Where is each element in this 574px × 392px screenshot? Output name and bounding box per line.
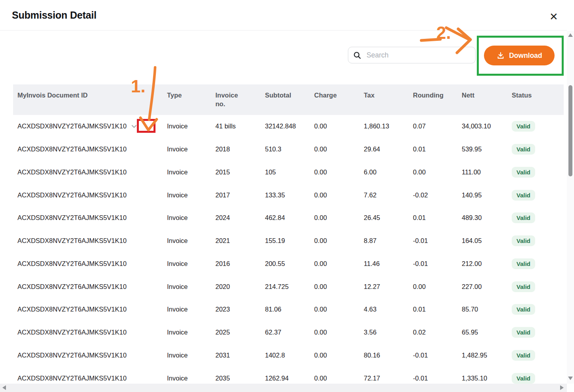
column-header-charge: Charge	[310, 84, 359, 115]
cell-invoice-no: 2023	[211, 306, 261, 313]
vertical-scrollbar-track[interactable]	[567, 31, 574, 384]
table-row[interactable]: ACXDSDX8NVZY2T6AJMKS5V1K10 Invoice 2015 …	[13, 161, 564, 184]
document-id: ACXDSDX8NVZY2T6AJMKS5V1K10	[17, 329, 127, 336]
cell-invoice-no: 2025	[211, 329, 261, 336]
column-header-status: Status	[507, 84, 564, 115]
chevron-down-icon[interactable]	[130, 122, 138, 131]
cell-nett: 227.00	[457, 283, 507, 291]
cell-nett: 1,482.95	[457, 352, 507, 359]
horizontal-scrollbar-track[interactable]	[0, 384, 567, 392]
table-row[interactable]: ACXDSDX8NVZY2T6AJMKS5V1K10 Invoice 2020 …	[13, 275, 564, 298]
document-id: ACXDSDX8NVZY2T6AJMKS5V1K10	[17, 352, 127, 359]
cell-rounding: -0.01	[409, 375, 457, 382]
cell-charge: 0.00	[310, 145, 359, 153]
cell-rounding: 0.00	[409, 168, 457, 176]
step2-label: 2.	[436, 23, 451, 42]
table-row[interactable]: ACXDSDX8NVZY2T6AJMKS5V1K10 Invoice 2016 …	[13, 252, 564, 275]
cell-nett: 539.95	[457, 145, 507, 153]
status-badge: Valid	[512, 235, 535, 246]
document-id: ACXDSDX8NVZY2T6AJMKS5V1K10	[17, 191, 127, 199]
cell-rounding: -0.01	[409, 260, 457, 268]
cell-type: Invoice	[163, 329, 211, 336]
cell-nett: 164.05	[457, 237, 507, 245]
status-badge: Valid	[512, 190, 535, 201]
close-button[interactable]: ✕	[547, 10, 561, 24]
cell-type: Invoice	[163, 375, 211, 382]
download-icon	[496, 51, 505, 60]
document-id: ACXDSDX8NVZY2T6AJMKS5V1K10	[17, 214, 127, 222]
search-input[interactable]	[366, 51, 470, 60]
table-row[interactable]: ACXDSDX8NVZY2T6AJMKS5V1K10 Invoice 2025 …	[13, 321, 564, 344]
cell-tax: 80.16	[359, 352, 409, 359]
status-badge: Valid	[512, 144, 535, 155]
column-header-document-id: MyInvois Document ID	[13, 84, 163, 115]
cell-subtotal: 510.3	[261, 145, 310, 153]
cell-nett: 1,335.10	[457, 375, 507, 382]
cell-invoice-no: 2024	[211, 214, 261, 222]
cell-subtotal: 105	[261, 168, 310, 176]
document-id: ACXDSDX8NVZY2T6AJMKS5V1K10	[17, 168, 127, 176]
scroll-down-arrow[interactable]	[568, 377, 573, 380]
document-id: ACXDSDX8NVZY2T6AJMKS5V1K10	[17, 306, 127, 313]
table-row[interactable]: ACXDSDX8NVZY2T6AJMKS5V1K10 Invoice 2023 …	[13, 298, 564, 321]
scroll-up-arrow[interactable]	[568, 33, 573, 37]
search-box[interactable]	[348, 47, 476, 63]
status-badge: Valid	[512, 373, 535, 384]
cell-tax: 1,860.13	[359, 122, 409, 130]
cell-charge: 0.00	[310, 352, 359, 359]
cell-type: Invoice	[163, 260, 211, 268]
cell-type: Invoice	[163, 237, 211, 245]
table-row[interactable]: ACXDSDX8NVZY2T6AJMKS5V1K10 Invoice 2017 …	[13, 184, 564, 207]
cell-tax: 7.62	[359, 191, 409, 199]
table-row[interactable]: ACXDSDX8NVZY2T6AJMKS5V1K10 Invoice 2018 …	[13, 138, 564, 161]
status-badge: Valid	[512, 167, 535, 178]
cell-invoice-no: 2035	[211, 375, 261, 382]
cell-subtotal: 81.06	[261, 306, 310, 313]
cell-type: Invoice	[163, 191, 211, 199]
status-badge: Valid	[512, 258, 535, 269]
scroll-right-arrow[interactable]	[560, 385, 564, 390]
page-title: Submission Detail	[12, 10, 96, 21]
cell-charge: 0.00	[310, 260, 359, 268]
column-header-nett: Nett	[457, 84, 507, 115]
cell-tax: 4.63	[359, 306, 409, 313]
cell-tax: 72.17	[359, 375, 409, 382]
status-badge: Valid	[512, 304, 535, 315]
status-badge: Valid	[512, 121, 535, 132]
cell-invoice-no: 2015	[211, 168, 261, 176]
cell-subtotal: 133.35	[261, 191, 310, 199]
status-badge: Valid	[512, 350, 535, 361]
cell-invoice-no: 2016	[211, 260, 261, 268]
document-id: ACXDSDX8NVZY2T6AJMKS5V1K10	[17, 237, 127, 245]
download-button[interactable]: Download	[484, 46, 555, 65]
table-row[interactable]: ACXDSDX8NVZY2T6AJMKS5V1K10 Invoice 2024 …	[13, 207, 564, 229]
table-row[interactable]: ACXDSDX8NVZY2T6AJMKS5V1K10 Invoice 2031 …	[13, 344, 564, 367]
cell-tax: 8.87	[359, 237, 409, 245]
cell-charge: 0.00	[310, 283, 359, 291]
vertical-scrollbar-thumb[interactable]	[568, 85, 572, 176]
search-icon	[353, 51, 361, 59]
cell-charge: 0.00	[310, 237, 359, 245]
status-badge: Valid	[512, 212, 535, 223]
cell-nett: 212.00	[457, 260, 507, 268]
cell-nett: 140.95	[457, 191, 507, 199]
cell-subtotal: 155.19	[261, 237, 310, 245]
column-header-tax: Tax	[359, 84, 409, 115]
cell-invoice-no: 2021	[211, 237, 261, 245]
cell-invoice-no: 2020	[211, 283, 261, 291]
cell-nett: 34,003.10	[457, 122, 507, 130]
cell-tax: 3.56	[359, 329, 409, 336]
status-badge: Valid	[512, 281, 535, 292]
table-row[interactable]: ACXDSDX8NVZY2T6AJMKS5V1K10 Invoice 2021 …	[13, 229, 564, 252]
column-header-subtotal: Subtotal	[261, 84, 310, 115]
table-row[interactable]: ACXDSDX8NVZY2T6AJMKS5V1K10 Invoice 41 bi…	[13, 115, 564, 138]
cell-type: Invoice	[163, 122, 211, 130]
cell-charge: 0.00	[310, 122, 359, 130]
cell-type: Invoice	[163, 283, 211, 291]
scroll-left-arrow[interactable]	[2, 385, 6, 390]
column-header-rounding: Rounding	[409, 84, 457, 115]
cell-charge: 0.00	[310, 306, 359, 313]
cell-tax: 26.45	[359, 214, 409, 222]
cell-subtotal: 1402.8	[261, 352, 310, 359]
submission-detail-modal: Submission Detail ✕ Download MyInvois Do…	[0, 0, 574, 392]
